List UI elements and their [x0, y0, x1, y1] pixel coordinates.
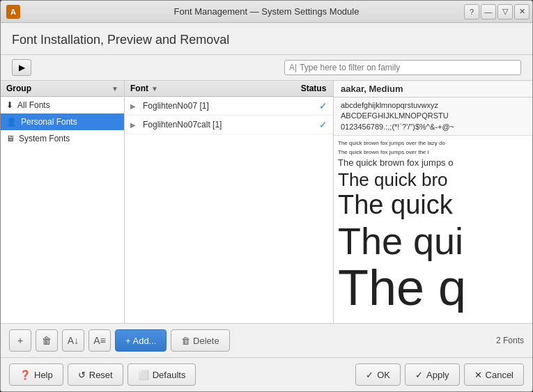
cancel-label: Cancel [486, 370, 513, 380]
font-check-icon: ✓ [319, 100, 327, 111]
group-list: ⬇ All Fonts 👤 Personal Fonts 🖥 System Fo… [1, 97, 124, 323]
titlebar: A Font Management — System Settings Modu… [1, 1, 532, 23]
help-icon: ❓ [20, 370, 31, 380]
sort-icon-btn[interactable]: A↓ [62, 329, 84, 352]
font-item-name: FoglihtenNo07 [1] [143, 101, 315, 111]
search-box: A| [284, 60, 521, 75]
font-item[interactable]: ▶ FoglihtenNo07 [1] ✓ [125, 97, 333, 116]
action-bar: + 🗑 A↓ A≡ + Add... 🗑 Delete 2 Fonts [1, 323, 532, 357]
preview-text-med: The quick brown fox jumps o [338, 157, 528, 168]
preview-text-large1: The quick bro [338, 170, 528, 190]
add-button-label: + Add... [125, 336, 156, 346]
font-col-header: Font ▼ [125, 81, 294, 96]
preview-content: The quick brown fox jumps over the lazy … [334, 136, 532, 323]
help-button[interactable]: ❓ Help [9, 363, 63, 386]
ok-label: OK [377, 370, 390, 380]
ok-icon: ✓ [366, 370, 373, 380]
font-panel-header: Font ▼ Status [125, 81, 333, 97]
preview-button[interactable]: ▶ [12, 59, 31, 76]
expand-icon: ▶ [130, 102, 139, 110]
font-sort-icon: ▼ [151, 85, 158, 93]
search-icon: A| [289, 63, 297, 72]
group-item-personal-fonts[interactable]: 👤 Personal Fonts [1, 113, 124, 130]
ok-button[interactable]: ✓ OK [355, 363, 401, 386]
personal-fonts-icon: 👤 [6, 117, 17, 127]
font-list: ▶ FoglihtenNo07 [1] ✓ ▶ FoglihtenNo07cal… [125, 97, 333, 323]
group-item-label: All Fonts [17, 100, 50, 110]
apply-button[interactable]: ✓ Apply [405, 363, 460, 386]
preview-text-large2: The quick [338, 191, 528, 220]
app-icon: A [6, 5, 20, 19]
defaults-icon: ⬜ [138, 370, 149, 380]
preview-text-xs2: The quick brown fox jumps over the l [338, 149, 528, 156]
preview-panel: aakar, Medium abcdefghijklmnopqrstuvwxyz… [334, 81, 532, 323]
font-check-icon: ✓ [319, 119, 327, 130]
defaults-button[interactable]: ⬜ Defaults [128, 363, 196, 386]
reset-icon: ↺ [78, 370, 86, 380]
page-title: Font Installation, Preview and Removal [1, 23, 532, 55]
dialog-bar: ❓ Help ↺ Reset ⬜ Defaults ✓ OK ✓ Apply ✕ [1, 357, 532, 391]
content-area: Font Installation, Preview and Removal ▶… [1, 23, 532, 391]
window-controls: ? — ▽ ✕ [464, 4, 530, 19]
remove-icon-btn[interactable]: 🗑 [36, 329, 58, 352]
cancel-button[interactable]: ✕ Cancel [464, 363, 524, 386]
apply-icon: ✓ [415, 370, 423, 380]
preview-text-large4: The q [338, 262, 528, 313]
group-sort-icon: ▼ [111, 85, 118, 93]
preview-text-xs1: The quick brown fox jumps over the lazy … [338, 140, 528, 147]
system-fonts-icon: 🖥 [6, 134, 15, 143]
delete-button-label: 🗑 Delete [181, 336, 219, 346]
add-icon-btn[interactable]: + [9, 329, 31, 352]
main-window: A Font Management — System Settings Modu… [0, 0, 533, 392]
help-window-btn[interactable]: ? [464, 4, 479, 19]
cancel-icon: ✕ [474, 370, 482, 380]
delete-button[interactable]: 🗑 Delete [171, 329, 229, 352]
maximize-btn[interactable]: ▽ [497, 4, 513, 19]
main-area: Group ▼ ⬇ All Fonts 👤 Personal Fonts 🖥 S… [1, 81, 532, 323]
window-title: Font Management — System Settings Module [174, 6, 360, 17]
help-label: Help [34, 370, 53, 380]
toolbar: ▶ A| [1, 55, 532, 81]
group-panel-header: Group ▼ [1, 81, 124, 97]
close-btn[interactable]: ✕ [514, 4, 530, 19]
status-col-header: Status [294, 81, 333, 96]
group-item-label: System Fonts [19, 134, 70, 143]
group-item-label: Personal Fonts [21, 117, 77, 127]
font-count: 2 Fonts [234, 336, 524, 345]
preview-chars: abcdefghijklmnopqrstuvwxyz ABCDEFGHIJKLM… [334, 97, 532, 136]
font-item[interactable]: ▶ FoglihtenNo07calt [1] ✓ [125, 116, 333, 134]
add-button[interactable]: + Add... [115, 329, 167, 352]
search-input[interactable] [300, 63, 516, 72]
reset-button[interactable]: ↺ Reset [68, 363, 123, 386]
font-item-name: FoglihtenNo07calt [1] [143, 120, 315, 130]
defaults-label: Defaults [153, 370, 186, 380]
expand-icon: ▶ [130, 121, 139, 129]
apply-label: Apply [426, 370, 449, 380]
group-panel: Group ▼ ⬇ All Fonts 👤 Personal Fonts 🖥 S… [1, 81, 125, 323]
font-panel: Font ▼ Status ▶ FoglihtenNo07 [1] ✓ ▶ Fo… [125, 81, 334, 323]
config-icon-btn[interactable]: A≡ [88, 329, 111, 352]
all-fonts-icon: ⬇ [6, 100, 13, 110]
group-item-system-fonts[interactable]: 🖥 System Fonts [1, 130, 124, 147]
group-item-all-fonts[interactable]: ⬇ All Fonts [1, 97, 124, 113]
reset-label: Reset [89, 370, 113, 380]
preview-title: aakar, Medium [334, 81, 532, 97]
preview-text-large3: The qui [338, 221, 528, 261]
minimize-btn[interactable]: — [481, 4, 496, 19]
